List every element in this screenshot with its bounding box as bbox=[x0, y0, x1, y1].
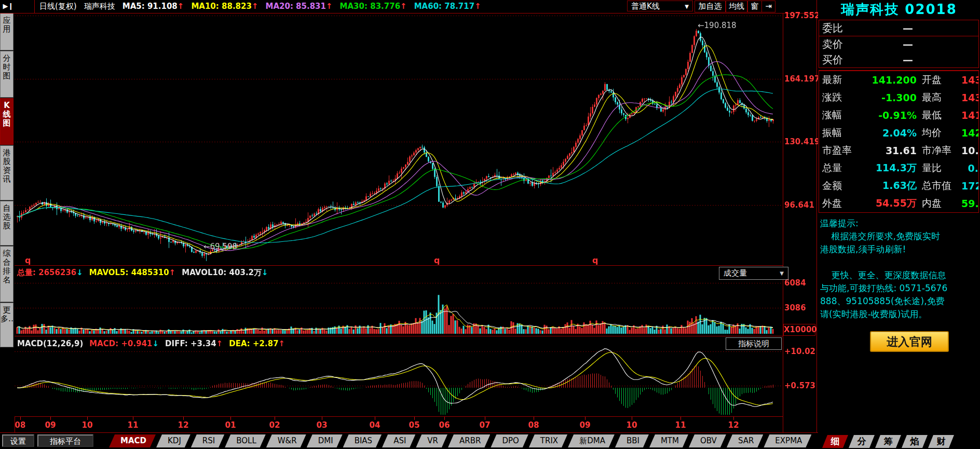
trend-arrow-icon: ↑ bbox=[326, 2, 333, 11]
bottombar-button-指标平台[interactable]: 指标平台 bbox=[37, 434, 93, 447]
xaxis-tick bbox=[414, 417, 415, 420]
indicator-tab-DPO[interactable]: DPO bbox=[491, 434, 528, 447]
quote-label: 外盘 bbox=[819, 197, 859, 210]
sidebar-item-分时图[interactable]: 分时图 bbox=[0, 51, 13, 98]
sidebar-item-综合排名[interactable]: 综合排名 bbox=[0, 246, 13, 302]
xaxis-month-label: 08 bbox=[15, 420, 26, 430]
indicator-help-button[interactable]: 指标说明 bbox=[726, 337, 782, 350]
price-axis-label: 130.419 bbox=[784, 137, 820, 146]
indicator-tab-SAR[interactable]: SAR bbox=[727, 434, 763, 447]
indicator-tab-OBV[interactable]: OBV bbox=[689, 434, 726, 447]
xaxis-month-label: 09 bbox=[580, 420, 591, 430]
macd-stat: MACD: +0.941↓ bbox=[89, 339, 159, 348]
ex-dividend-marker: q bbox=[592, 255, 598, 265]
volume-type-selector[interactable]: 成交量 ▼ bbox=[719, 267, 788, 280]
stock-app-window: ▶❙ 日线(复权) 瑞声科技 MA5: 91.108↑MA10: 88.823↑… bbox=[0, 0, 980, 449]
quote-value: 1725 bbox=[961, 180, 978, 192]
xaxis-tick bbox=[133, 417, 133, 420]
xaxis-month-label: 11 bbox=[128, 420, 139, 430]
indicator-tab-ASI[interactable]: ASI bbox=[382, 434, 415, 447]
quote-panel-title: 瑞声科技 02018 bbox=[818, 1, 980, 19]
macd-stat: DEA: +2.87↑ bbox=[229, 339, 285, 348]
quote-value: -0.91% bbox=[859, 110, 917, 121]
price-annotation: ←190.818 bbox=[698, 21, 737, 30]
mini-tab-筹[interactable]: 筹 bbox=[875, 435, 901, 448]
bottombar-button-设置[interactable]: 设置 bbox=[2, 434, 34, 447]
mini-tab-焰[interactable]: 焰 bbox=[902, 435, 928, 448]
quote-value: 2.04% bbox=[859, 127, 917, 139]
xaxis-tick bbox=[485, 417, 485, 420]
xaxis-month-label: 07 bbox=[480, 420, 491, 430]
nav-collapse-icon[interactable]: ▶❙ bbox=[2, 1, 15, 11]
quote-value: 10. bbox=[961, 145, 978, 156]
sidebar-item-更多‥[interactable]: 更多‥ bbox=[0, 303, 13, 347]
indicator-tab-新DMA[interactable]: 新DMA bbox=[568, 434, 615, 447]
ma-legend-item: MA10: 88.823↑ bbox=[191, 2, 258, 11]
trend-arrow-icon: ↓ bbox=[153, 339, 159, 348]
indicator-tab-BOLL[interactable]: BOLL bbox=[225, 434, 266, 447]
indicator-tab-KDJ[interactable]: KDJ bbox=[156, 434, 190, 447]
right-panel-border bbox=[816, 0, 817, 432]
topbar-button-均线[interactable]: 均线 bbox=[726, 1, 747, 12]
ma-legend-item: MA20: 85.831↑ bbox=[265, 2, 332, 11]
sidebar-item-自选股[interactable]: 自选股 bbox=[0, 201, 13, 246]
notice-line bbox=[820, 256, 980, 269]
kline-canvas[interactable] bbox=[15, 13, 783, 266]
period-label: 日线(复权) bbox=[39, 2, 77, 11]
panel-collapse-icon[interactable]: ⇥ bbox=[761, 1, 775, 12]
xaxis-month-label: 10 bbox=[627, 420, 637, 430]
price-axis-label: 96.641 bbox=[784, 200, 814, 210]
indicator-tab-BBI[interactable]: BBI bbox=[615, 434, 649, 447]
indicator-tab-TRIX[interactable]: TRIX bbox=[529, 434, 567, 447]
mini-tab-分[interactable]: 分 bbox=[849, 435, 875, 448]
kline-type-dropdown[interactable]: 普通K线 ▼ bbox=[627, 1, 693, 11]
mini-tab-财[interactable]: 财 bbox=[928, 435, 954, 448]
price-axis-label: 197.552 bbox=[784, 11, 820, 20]
topbar-divider bbox=[34, 0, 35, 13]
quote-row: 最新141.200开盘143.0 bbox=[819, 71, 978, 89]
volume-axis-label: 3086 bbox=[784, 303, 806, 312]
indicator-tab-VR[interactable]: VR bbox=[416, 434, 447, 447]
xaxis-month-label: 03 bbox=[317, 420, 328, 430]
bid-row-value: — bbox=[879, 53, 936, 66]
sidebar-item-港股资讯[interactable]: 港股资讯 bbox=[0, 145, 13, 200]
indicator-tab-W&R[interactable]: W&R bbox=[266, 434, 306, 447]
topbar-button-加自选[interactable]: 加自选 bbox=[695, 1, 726, 12]
volume-unit-label: X10000 bbox=[783, 324, 815, 336]
volume-stat: MAVOL5: 4485310↑ bbox=[89, 268, 175, 278]
quote-row: 市盈率31.61市净率10. bbox=[819, 142, 978, 159]
indicator-tab-EXPMA[interactable]: EXPMA bbox=[764, 434, 811, 447]
stock-name-label: 瑞声科技 bbox=[84, 2, 115, 11]
enter-website-button[interactable]: 进入官网 bbox=[870, 331, 949, 352]
quote-value: 59.75 bbox=[961, 198, 978, 209]
kline-type-value: 普通K线 bbox=[631, 1, 660, 11]
indicator-tab-MACD[interactable]: MACD bbox=[109, 434, 156, 447]
quote-panel: 瑞声科技 02018 委比—卖价—买价— 最新141.200开盘143.0涨跌-… bbox=[818, 0, 980, 449]
trend-arrow-icon: ↑ bbox=[216, 339, 223, 348]
price-annotation: ←69.598 bbox=[203, 242, 237, 251]
quote-label: 最低 bbox=[917, 108, 961, 122]
sidebar-item-K线图[interactable]: K线图 bbox=[0, 98, 13, 145]
indicator-tab-BIAS[interactable]: BIAS bbox=[343, 434, 382, 447]
quote-label: 开盘 bbox=[917, 73, 961, 87]
trend-arrow-icon: ↑ bbox=[178, 2, 184, 11]
quote-value: -1.300 bbox=[859, 92, 917, 103]
indicator-tab-ARBR[interactable]: ARBR bbox=[448, 434, 490, 447]
indicator-tab-RSI[interactable]: RSI bbox=[191, 434, 224, 447]
notice-line: 888、95105885(免长途),免费 bbox=[820, 295, 980, 308]
mini-tab-细[interactable]: 细 bbox=[822, 435, 848, 448]
quote-label: 量比 bbox=[917, 161, 961, 175]
xaxis-month-label: 12 bbox=[178, 420, 189, 430]
pane-separator-3 bbox=[15, 416, 783, 417]
xaxis-tick bbox=[680, 417, 681, 420]
quote-value: 141.0 bbox=[961, 110, 978, 121]
xaxis-tick bbox=[183, 417, 184, 420]
sidebar-item-应用[interactable]: 应用 bbox=[0, 13, 13, 50]
bid-row: 买价— bbox=[819, 52, 978, 67]
xaxis-tick bbox=[733, 417, 734, 420]
volume-stat: MAVOL10: 403.2万↓ bbox=[182, 268, 268, 278]
indicator-tab-DMI[interactable]: DMI bbox=[307, 434, 343, 447]
indicator-tab-MTM[interactable]: MTM bbox=[649, 434, 688, 447]
topbar-button-窗[interactable]: 窗 bbox=[747, 1, 762, 12]
volume-selector-value: 成交量 bbox=[724, 268, 747, 278]
